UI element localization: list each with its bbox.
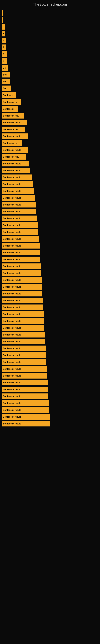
bar-row: Bottleneck result (2, 332, 100, 338)
bar-label: Bottleneck result (3, 422, 21, 425)
bar-label: B (3, 39, 4, 42)
bar-row: B (2, 58, 100, 64)
bar-item: Bottleneck result (2, 270, 41, 276)
bar-label: Bottleneck resu (3, 128, 19, 130)
bar-label: Bot (3, 80, 6, 83)
bar-item: B (2, 38, 6, 43)
bar-label: Bottleneck result (3, 286, 21, 288)
bar-row: Bottleneck resu (2, 154, 100, 160)
bar-item: Bottleneck result (2, 325, 44, 331)
bar-item: F (2, 24, 5, 30)
bar-item: Bottleneck result (2, 168, 30, 173)
bar-item: Bottleneck result (2, 284, 42, 290)
bar-label: Bottleneck result (3, 395, 21, 398)
bar-label: Bottleneck result (3, 244, 21, 247)
bar-row: Bottleneck result (2, 284, 100, 290)
bar-label: Bottleneck result (3, 190, 21, 192)
bar-item: Bottleneck result (2, 222, 38, 228)
bar-label: Bottleneck re (3, 142, 17, 144)
bar-row: Bottleneck (2, 106, 100, 112)
bar-row: Bottleneck result (2, 394, 100, 399)
bar-label: Bottleneck result (3, 176, 21, 178)
bar-label: H (3, 32, 4, 35)
bar-item: Bottleneck result (2, 202, 36, 208)
bar-label: Bottlenec (3, 94, 13, 96)
bar-row: Bottleneck result (2, 168, 100, 173)
bar-item (2, 10, 3, 16)
bar-row: Bottleneck result (2, 236, 100, 242)
bar-row: E (2, 44, 100, 50)
bar-label: F (3, 26, 4, 28)
bar-item: Bott (2, 86, 11, 91)
bar-item: Bottleneck result (2, 216, 37, 221)
bar-row: Bottleneck result (2, 250, 100, 256)
bar-item: Bottleneck result (2, 188, 34, 194)
bar-row: Bottleneck result (2, 216, 100, 221)
bar-item: Bottleneck resu (2, 113, 24, 118)
bar-row: Bottleneck result (2, 188, 100, 194)
bar-item: Bottleneck result (2, 250, 40, 256)
bar-label: Bottleneck result (3, 374, 21, 377)
bar-label: Bo (3, 66, 6, 69)
bar-item: Bottleneck re (2, 99, 21, 105)
bar-row: Bottleneck result (2, 181, 100, 187)
site-title-text: TheBottlenecker.com (0, 0, 100, 8)
bar-label: Bottleneck result (3, 347, 21, 350)
bar-item: Bottleneck result (2, 120, 27, 126)
bar-item: Bottleneck result (2, 407, 49, 413)
bar-item: Bottleneck result (2, 339, 45, 344)
bar-row: Bottleneck result (2, 311, 100, 317)
bar-item: Bottleneck result (2, 318, 44, 324)
bars-container: FHBEBBBoBottBotBottBottlenecBottleneck r… (0, 8, 100, 430)
bar-row: Bottleneck result (2, 380, 100, 386)
bar-item: Bottleneck result (2, 352, 46, 358)
bar-item: E (2, 44, 6, 50)
bar-label: Bottleneck resu (3, 114, 19, 117)
bar-label: Bottleneck result (3, 327, 21, 329)
bar-item: Bottleneck result (2, 243, 40, 248)
bar-label: Bottleneck result (3, 354, 21, 356)
bar-item (2, 17, 3, 23)
bar-item: B (2, 51, 7, 57)
bar-item: Bottleneck result (2, 366, 47, 372)
bar-row: Bottleneck result (2, 209, 100, 214)
bar-row: Bottleneck result (2, 277, 100, 283)
bar-row: B (2, 38, 100, 43)
bar-item: Bottleneck result (2, 332, 45, 338)
bar-item: Bottleneck result (2, 209, 36, 214)
bar-row: F (2, 24, 100, 30)
bar-row: Bottleneck result (2, 298, 100, 303)
bar-item: Bottleneck result (2, 236, 39, 242)
bar-label: Bottleneck result (3, 381, 21, 384)
bar-label: Bottleneck result (3, 224, 21, 226)
bar-label: E (3, 46, 4, 48)
bar-label: Bottleneck result (3, 135, 21, 138)
bar-label: Bottleneck result (3, 169, 21, 172)
bar-label: Bottleneck result (3, 313, 21, 315)
bar-row: Bott (2, 86, 100, 91)
bar-row: Bottleneck resu (2, 126, 100, 132)
bar-item: Bottleneck re (2, 140, 22, 146)
bar-row (2, 17, 100, 23)
bar-row: Bottleneck result (2, 161, 100, 166)
bar-row: Bottleneck result (2, 264, 100, 269)
bar-item: Bottleneck result (2, 229, 38, 235)
bar-row: Bottleneck result (2, 407, 100, 413)
bar-item: B (2, 58, 7, 64)
bar-item: Bottleneck result (2, 256, 40, 262)
bar-row: Bottleneck result (2, 120, 100, 126)
bar-item: Bottleneck result (2, 174, 32, 180)
bar-item: Bottleneck resu (2, 126, 25, 132)
bar-label: Bottleneck result (3, 340, 21, 343)
bar-item: Bottleneck result (2, 161, 29, 166)
bar-row: Bottleneck result (2, 318, 100, 324)
bar-item: Bottleneck result (2, 291, 42, 296)
bar-label: Bottleneck result (3, 217, 21, 220)
bar-label: Bottleneck result (3, 409, 21, 411)
bar-label: Bottleneck result (3, 251, 21, 254)
bar-label: Bottleneck resu (3, 156, 19, 158)
bar-row: H (2, 31, 100, 36)
bar-row: Bottleneck result (2, 346, 100, 351)
bar-label: Bottleneck (3, 108, 14, 110)
bar-label: Bott (3, 74, 7, 76)
